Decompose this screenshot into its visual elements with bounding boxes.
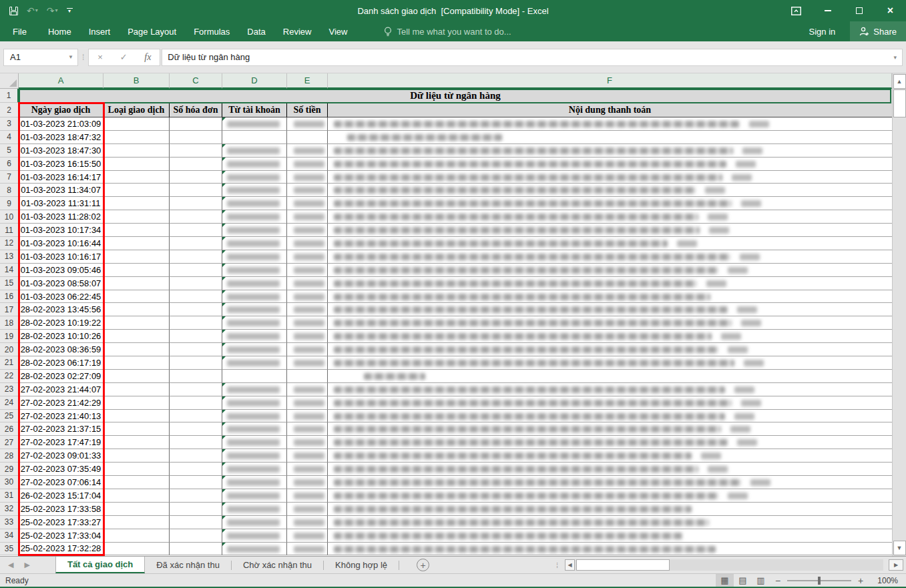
cell-from-account[interactable] <box>222 330 287 343</box>
row-header[interactable]: 8 <box>0 184 19 197</box>
cell-invoice-number[interactable] <box>170 197 222 210</box>
row-header[interactable]: 9 <box>0 197 19 210</box>
cell-payment-note[interactable] <box>328 184 892 197</box>
cell-invoice-number[interactable] <box>170 158 222 171</box>
cell-date[interactable]: 27-02-2023 21:42:29 <box>19 396 103 410</box>
horizontal-scrollbar[interactable]: ◀ ▶ <box>565 559 903 571</box>
cell-payment-note[interactable] <box>328 210 892 224</box>
cell-amount[interactable] <box>287 370 328 383</box>
new-sheet-icon[interactable]: + <box>417 559 429 571</box>
cell-amount[interactable] <box>287 422 328 436</box>
row-header[interactable]: 19 <box>0 330 19 343</box>
cell-amount[interactable] <box>287 250 328 264</box>
scroll-left-icon[interactable]: ◀ <box>565 559 575 571</box>
ribbon-tab-file[interactable]: File <box>0 21 39 41</box>
column-header-c[interactable]: C <box>170 73 222 89</box>
cell-amount[interactable] <box>287 383 328 396</box>
cell-from-account[interactable] <box>222 436 287 449</box>
cell-date[interactable]: 01-03-2023 06:22:45 <box>19 290 103 304</box>
cell-amount[interactable] <box>287 410 328 423</box>
cell-transaction-type[interactable] <box>103 210 170 224</box>
cell-from-account[interactable] <box>222 543 287 556</box>
redo-icon[interactable]: ↷▾ <box>47 6 58 15</box>
cell-invoice-number[interactable] <box>170 250 222 264</box>
row-header[interactable]: 35 <box>0 543 19 556</box>
cell-date[interactable]: 28-02-2023 13:45:56 <box>19 303 103 316</box>
cell-amount[interactable] <box>287 131 328 144</box>
cell-date[interactable]: 28-02-2023 08:36:59 <box>19 343 103 356</box>
cell-invoice-number[interactable] <box>170 343 222 356</box>
cell-payment-note[interactable] <box>328 529 892 543</box>
cell-date[interactable]: 27-02-2023 21:37:15 <box>19 422 103 436</box>
row-header[interactable]: 33 <box>0 516 19 529</box>
column-header-b[interactable]: B <box>103 73 170 89</box>
cell-transaction-type[interactable] <box>103 290 170 304</box>
cell-banner-title[interactable]: Dữ liệu từ ngân hàng <box>19 89 892 103</box>
cell-transaction-type[interactable] <box>103 343 170 356</box>
row-header[interactable]: 16 <box>0 290 19 304</box>
row-header[interactable]: 18 <box>0 316 19 330</box>
cell-transaction-type[interactable] <box>103 370 170 383</box>
cell-transaction-type[interactable] <box>103 463 170 476</box>
row-header[interactable]: 11 <box>0 224 19 237</box>
cell-from-account[interactable] <box>222 370 287 383</box>
cell-transaction-type[interactable] <box>103 144 170 158</box>
maximize-icon[interactable] <box>843 0 875 21</box>
cell-amount[interactable] <box>287 264 328 277</box>
row-header[interactable]: 28 <box>0 449 19 463</box>
cell-from-account[interactable] <box>222 224 287 237</box>
cell-from-account[interactable] <box>222 422 287 436</box>
cell-invoice-number[interactable] <box>170 356 222 370</box>
cell-amount[interactable] <box>287 117 328 131</box>
row-header[interactable]: 31 <box>0 489 19 503</box>
cell-payment-note[interactable] <box>328 237 892 250</box>
cell-payment-note[interactable] <box>328 277 892 290</box>
cell-from-account[interactable] <box>222 184 287 197</box>
cell-date[interactable]: 28-02-2023 10:19:22 <box>19 316 103 330</box>
cell-invoice-number[interactable] <box>170 117 222 131</box>
row-header[interactable]: 1 <box>0 89 19 103</box>
row-header[interactable]: 5 <box>0 144 19 158</box>
zoom-out-icon[interactable]: − <box>770 575 786 586</box>
cell-transaction-type[interactable] <box>103 330 170 343</box>
row-header[interactable]: 3 <box>0 117 19 131</box>
cell-transaction-type[interactable] <box>103 158 170 171</box>
row-header[interactable]: 27 <box>0 436 19 449</box>
scroll-right-icon[interactable]: ▶ <box>889 559 903 571</box>
cell-payment-note[interactable] <box>328 422 892 436</box>
cell-transaction-type[interactable] <box>103 131 170 144</box>
column-header-f[interactable]: F <box>328 73 892 89</box>
cell-from-account[interactable] <box>222 449 287 463</box>
cell-transaction-type[interactable] <box>103 316 170 330</box>
cell-invoice-number[interactable] <box>170 543 222 556</box>
cell-payment-note[interactable] <box>328 410 892 423</box>
cell-transaction-type[interactable] <box>103 250 170 264</box>
page-break-preview-icon[interactable]: ▥ <box>752 574 770 587</box>
cell-column-header[interactable]: Số tiền <box>287 103 328 117</box>
cell-date[interactable]: 01-03-2023 08:58:07 <box>19 277 103 290</box>
enter-icon[interactable]: ✓ <box>120 52 128 62</box>
cell-transaction-type[interactable] <box>103 277 170 290</box>
cell-invoice-number[interactable] <box>170 184 222 197</box>
cell-invoice-number[interactable] <box>170 370 222 383</box>
cell-payment-note[interactable] <box>328 383 892 396</box>
cell-amount[interactable] <box>287 237 328 250</box>
cell-invoice-number[interactable] <box>170 476 222 489</box>
cell-from-account[interactable] <box>222 210 287 224</box>
cell-amount[interactable] <box>287 277 328 290</box>
cell-amount[interactable] <box>287 516 328 529</box>
sheet-nav-right-icon[interactable]: ▶ <box>24 561 29 569</box>
cell-invoice-number[interactable] <box>170 290 222 304</box>
cell-from-account[interactable] <box>222 131 287 144</box>
cell-invoice-number[interactable] <box>170 330 222 343</box>
minimize-icon[interactable] <box>812 0 843 21</box>
cell-payment-note[interactable] <box>328 356 892 370</box>
cell-from-account[interactable] <box>222 144 287 158</box>
cell-transaction-type[interactable] <box>103 303 170 316</box>
cell-from-account[interactable] <box>222 383 287 396</box>
cell-amount[interactable] <box>287 197 328 210</box>
cell-transaction-type[interactable] <box>103 529 170 543</box>
row-header[interactable]: 20 <box>0 343 19 356</box>
horizontal-scroll-track[interactable] <box>575 559 883 571</box>
cancel-icon[interactable]: × <box>97 52 103 62</box>
